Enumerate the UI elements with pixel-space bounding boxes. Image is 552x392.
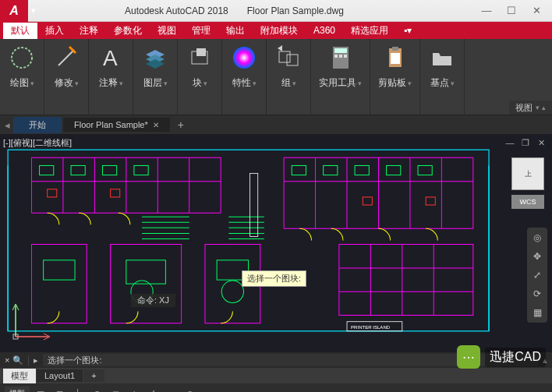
command-echo: 命令: XJ: [131, 294, 175, 307]
svg-rect-22: [355, 165, 369, 175]
app-menu-dropdown[interactable]: ▾: [28, 5, 39, 16]
navigation-bar: ◎ ✥ ⤢ ⟳ ▦: [527, 228, 547, 323]
viewport-close-icon[interactable]: ✕: [535, 137, 547, 148]
properties-icon: [230, 44, 258, 72]
close-button[interactable]: ✕: [525, 3, 547, 19]
ribbon-draw[interactable]: 绘图▾: [0, 39, 44, 115]
ortho-icon[interactable]: └: [70, 387, 86, 392]
svg-rect-5: [279, 51, 290, 62]
svg-rect-9: [334, 55, 338, 58]
svg-rect-19: [134, 165, 148, 175]
svg-rect-8: [334, 48, 347, 53]
ribbon-annotate-label: 注释: [99, 76, 118, 90]
layout-tabs: 模型 Layout1 +: [0, 368, 552, 383]
svg-rect-18: [102, 165, 116, 175]
viewport-restore-icon[interactable]: ❐: [519, 137, 532, 148]
status-model-button[interactable]: 模型: [5, 387, 30, 392]
ribbon-modify-label: 修改: [55, 76, 73, 90]
svg-rect-11: [344, 55, 347, 58]
ribbon-utilities-label: 实用工具: [319, 76, 356, 90]
maximize-button[interactable]: ☐: [501, 3, 522, 19]
menu-annotate[interactable]: 注释: [72, 23, 106, 39]
close-icon[interactable]: ✕: [153, 121, 159, 129]
minimize-button[interactable]: —: [476, 3, 497, 19]
layers-icon: [141, 44, 169, 72]
layout-tab-add[interactable]: +: [83, 369, 104, 382]
cmdline-search-icon[interactable]: 🔍: [12, 355, 23, 366]
lineweight-icon[interactable]: ≡: [164, 387, 179, 392]
transparency-icon[interactable]: ◐: [182, 387, 198, 392]
ribbon-view-collapse[interactable]: 视图▾ ▴: [509, 101, 552, 115]
floor-plan-drawing: PRINTER ISLAND: [0, 134, 552, 352]
ribbon-basepoint[interactable]: 基点▾: [420, 39, 465, 115]
viewport-minimize-icon[interactable]: —: [504, 137, 516, 148]
menu-parametric[interactable]: 参数化: [106, 23, 150, 39]
ribbon: 绘图▾ 修改▾ A 注释▾ 图层▾ 块▾ 特性▾ 组▾ 实用工具▾ 剪贴板▾ 基…: [0, 39, 552, 115]
tab-start[interactable]: 开始: [13, 117, 62, 133]
tab-add[interactable]: +: [172, 118, 187, 131]
ribbon-clipboard[interactable]: 剪贴板▾: [370, 39, 420, 115]
menu-view[interactable]: 视图: [150, 23, 184, 39]
tab-floorplan[interactable]: Floor Plan Sample* ✕: [63, 118, 170, 132]
viewcube[interactable]: 上: [511, 157, 544, 190]
cmdline-close-icon[interactable]: ×: [5, 355, 9, 365]
svg-rect-26: [126, 260, 166, 284]
ribbon-annotate[interactable]: A 注释▾: [89, 39, 133, 115]
ribbon-utilities[interactable]: 实用工具▾: [311, 39, 370, 115]
menu-default[interactable]: 默认: [3, 23, 37, 39]
drawing-canvas[interactable]: [-][俯视][二维线框] — ❐ ✕ 上 WCS ◎ ✥ ⤢ ⟳ ▦: [0, 134, 552, 352]
svg-rect-15: [8, 150, 489, 331]
ribbon-block[interactable]: 块▾: [178, 39, 222, 115]
wcs-badge[interactable]: WCS: [511, 195, 544, 209]
group-icon: [274, 44, 303, 72]
svg-rect-25: [44, 260, 75, 280]
app-title: Autodesk AutoCAD 2018: [125, 5, 228, 16]
zoom-extents-icon[interactable]: ⤢: [530, 268, 544, 282]
3dosnap-icon[interactable]: ◈: [126, 387, 142, 392]
svg-rect-35: [250, 174, 258, 237]
clipboard-icon: [381, 44, 409, 72]
ribbon-layers-label: 图层: [143, 76, 162, 90]
folder-icon: [428, 44, 456, 72]
grid-icon[interactable]: ▦: [33, 387, 48, 392]
ribbon-clipboard-label: 剪贴板: [378, 76, 406, 90]
menu-addins[interactable]: 附加模块: [253, 23, 306, 39]
layout-tab-layout1[interactable]: Layout1: [37, 369, 83, 382]
ucs-icon[interactable]: [8, 298, 55, 344]
otrack-icon[interactable]: ∠: [145, 387, 161, 392]
svg-rect-17: [71, 165, 85, 175]
polar-icon[interactable]: ⊙: [89, 387, 104, 392]
menu-expand[interactable]: ▪▾: [396, 23, 419, 37]
snap-icon[interactable]: ⊞: [51, 387, 67, 392]
ribbon-properties[interactable]: 特性▾: [222, 39, 267, 115]
circle-icon: [8, 44, 36, 72]
osnap-icon[interactable]: ◻: [108, 387, 123, 392]
app-logo[interactable]: A: [0, 0, 28, 22]
layout-tab-model[interactable]: 模型: [3, 369, 36, 383]
viewport-label[interactable]: [-][俯视][二维线框]: [3, 137, 72, 149]
svg-text:A: A: [103, 46, 118, 70]
svg-rect-30: [48, 189, 57, 197]
tab-scroll-left[interactable]: ◂: [3, 119, 12, 131]
svg-point-0: [12, 48, 32, 68]
ribbon-layers[interactable]: 图层▾: [133, 39, 178, 115]
svg-rect-20: [292, 165, 306, 175]
menu-output[interactable]: 输出: [218, 23, 253, 39]
menu-insert[interactable]: 插入: [37, 23, 72, 39]
file-name: Floor Plan Sample.dwg: [247, 5, 344, 16]
showmotion-icon[interactable]: ▦: [530, 305, 544, 320]
svg-rect-32: [363, 197, 372, 205]
svg-point-29: [221, 281, 243, 302]
orbit-icon[interactable]: ⟳: [530, 287, 544, 301]
watermark-text: 迅捷CAD: [485, 348, 546, 367]
ribbon-modify[interactable]: 修改▾: [44, 39, 89, 115]
ribbon-group[interactable]: 组▾: [267, 39, 311, 115]
status-bar: 模型 ▦ ⊞ └ ⊙ ◻ ◈ ∠ ≡ ◐: [0, 383, 552, 392]
pan-icon[interactable]: ✥: [530, 249, 544, 263]
menu-a360[interactable]: A360: [306, 23, 343, 37]
menu-featured[interactable]: 精选应用: [343, 23, 396, 39]
menu-manage[interactable]: 管理: [184, 23, 218, 39]
cmdline-arrow-icon: ▸: [29, 355, 43, 366]
text-icon: A: [97, 44, 125, 72]
steering-wheel-icon[interactable]: ◎: [530, 231, 544, 245]
